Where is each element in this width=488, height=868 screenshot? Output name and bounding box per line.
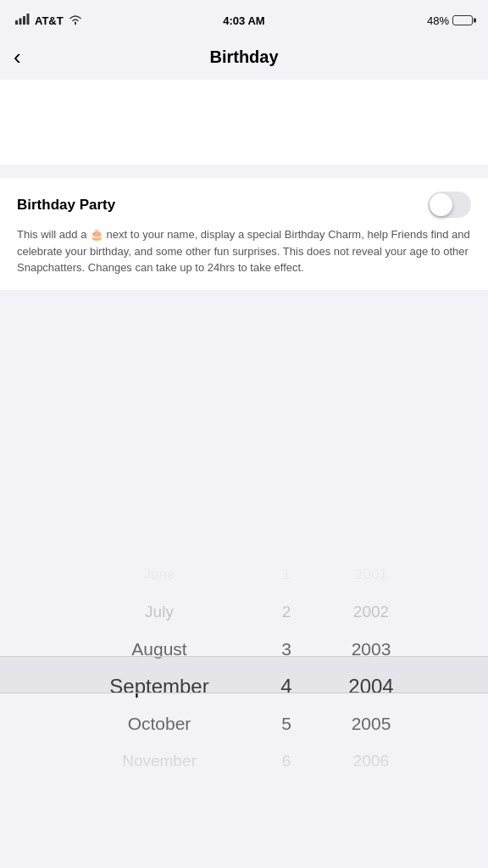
picker-day-item[interactable]: 5 xyxy=(252,705,320,743)
picker-year-column[interactable]: 2001 2002 2003 2004 2005 2006 2007 xyxy=(320,556,422,793)
picker-day-column[interactable]: 1 2 3 4 5 6 7 xyxy=(252,556,320,793)
birthday-display-card xyxy=(0,80,488,164)
picker-month-item[interactable]: August xyxy=(66,631,252,668)
status-time: 4:03 AM xyxy=(223,14,264,27)
status-right: 48% xyxy=(427,14,473,27)
picker-year-item[interactable]: 2005 xyxy=(320,705,422,743)
picker-year-item[interactable]: 2007 xyxy=(320,780,422,793)
birthday-party-description: This will add a 🎂 next to your name, dis… xyxy=(17,226,471,276)
svg-rect-2 xyxy=(23,16,25,25)
battery-percent: 48% xyxy=(427,14,449,27)
picker-day-item[interactable]: 6 xyxy=(252,743,320,780)
picker-year-item[interactable]: 2006 xyxy=(320,743,422,780)
picker-month-item[interactable]: July xyxy=(66,593,252,631)
picker-year-item[interactable]: 2003 xyxy=(320,631,422,668)
picker-month-column[interactable]: June July August September October Novem… xyxy=(66,556,252,793)
carrier-label: AT&T xyxy=(35,14,64,27)
picker-year-item[interactable]: 2001 xyxy=(320,556,422,593)
picker-day-item[interactable]: 1 xyxy=(252,556,320,593)
picker-year-item[interactable]: 2002 xyxy=(320,593,422,631)
date-picker[interactable]: June July August September October Novem… xyxy=(0,549,488,793)
svg-rect-3 xyxy=(27,14,30,25)
toggle-knob xyxy=(430,193,452,216)
picker-month-item[interactable]: November xyxy=(66,743,252,780)
picker-month-item[interactable]: June xyxy=(66,556,252,593)
section-header: Birthday Party xyxy=(17,192,471,218)
battery-icon xyxy=(452,15,473,25)
back-button[interactable]: ‹ xyxy=(14,46,21,68)
birthday-party-section: Birthday Party This will add a 🎂 next to… xyxy=(0,178,488,290)
picker-day-item[interactable]: 2 xyxy=(252,593,320,631)
picker-spacer xyxy=(0,303,488,549)
nav-bar: ‹ Birthday xyxy=(0,37,488,80)
birthday-party-title: Birthday Party xyxy=(17,197,115,214)
picker-day-item[interactable]: 3 xyxy=(252,631,320,668)
birthday-party-toggle[interactable] xyxy=(428,192,471,218)
status-bar: AT&T 4:03 AM 48% xyxy=(0,0,488,37)
page-title: Birthday xyxy=(209,47,278,67)
picker-day-item[interactable]: 7 xyxy=(252,780,320,793)
picker-year-selected[interactable]: 2004 xyxy=(320,668,422,705)
svg-rect-1 xyxy=(19,19,22,25)
picker-day-selected[interactable]: 4 xyxy=(252,668,320,705)
picker-month-item[interactable]: October xyxy=(66,705,252,743)
signal-icon xyxy=(15,14,30,27)
picker-month-item[interactable]: December xyxy=(66,780,252,793)
wifi-icon xyxy=(69,14,82,27)
picker-wheel[interactable]: June July August September October Novem… xyxy=(0,556,488,793)
picker-month-selected[interactable]: September xyxy=(66,668,252,705)
status-left: AT&T xyxy=(15,14,82,27)
svg-rect-0 xyxy=(15,20,18,25)
